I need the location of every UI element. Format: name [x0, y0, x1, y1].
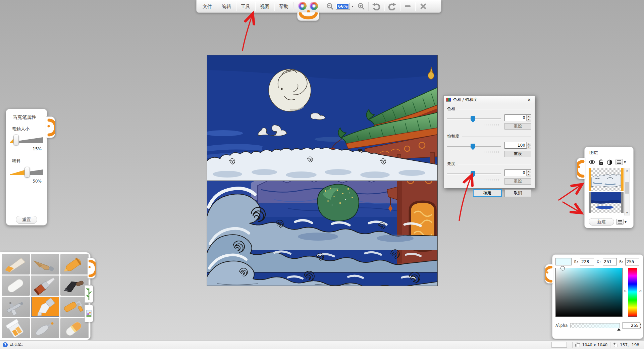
lightness-reset-button[interactable]: 重设	[504, 178, 531, 185]
divider	[458, 109, 531, 109]
layer-options-button[interactable]: ▼	[615, 159, 626, 165]
layer-visibility-button[interactable]	[589, 160, 595, 164]
menu-view[interactable]: 视图	[256, 1, 273, 11]
layer-lock-button[interactable]	[598, 159, 604, 165]
brush-pointed-brush[interactable]	[31, 254, 59, 275]
divider	[462, 136, 531, 137]
zoom-in-button[interactable]	[355, 1, 368, 12]
bamboo-brush-tab[interactable]	[85, 285, 93, 303]
saturation-value-picker[interactable]	[555, 268, 623, 317]
brush-size-slider-thumb[interactable]	[13, 135, 19, 145]
eye-icon	[589, 160, 595, 164]
close-button[interactable]	[416, 1, 431, 12]
alpha-value-field[interactable]: ▲▼	[623, 322, 640, 329]
layer-row-clouds-selected[interactable]	[589, 168, 624, 191]
saturation-slider[interactable]	[447, 143, 501, 150]
scroll-up-icon[interactable]: ▲	[626, 168, 628, 173]
redo-button[interactable]	[385, 1, 399, 12]
hue-strip[interactable]	[628, 268, 637, 317]
menu-file[interactable]: 文件	[199, 1, 216, 11]
brush-flat-brush[interactable]	[31, 276, 59, 296]
dialog-titlebar[interactable]: 色相 / 饱和度 ✕	[444, 96, 535, 104]
red-input[interactable]	[580, 258, 594, 265]
dilution-slider-thumb[interactable]	[24, 167, 30, 178]
red-label: R:	[574, 260, 579, 264]
current-color-swatch[interactable]	[555, 258, 572, 265]
hue-marker-right-icon[interactable]: ◁	[639, 289, 641, 293]
color-picker-cursor[interactable]	[560, 266, 565, 270]
blue-input[interactable]	[625, 258, 639, 265]
divider	[458, 164, 531, 164]
saturation-slider-thumb[interactable]	[471, 144, 475, 150]
brush-marker-selected[interactable]	[31, 297, 59, 317]
canvas[interactable]	[207, 55, 438, 286]
hue-spinner[interactable]: ▲▼	[526, 115, 531, 121]
minimize-button[interactable]	[401, 1, 414, 12]
texture-brush-tab[interactable]	[85, 305, 93, 322]
logo-right-eye-icon[interactable]	[310, 2, 318, 10]
color-panel-collapse-tab[interactable]	[545, 264, 553, 284]
brush-crayon[interactable]	[60, 254, 89, 275]
alpha-slider[interactable]	[570, 323, 620, 328]
ok-button[interactable]: 确定	[473, 189, 502, 197]
zoom-level-field[interactable]: 66%	[336, 3, 350, 10]
zoom-level-value: 66%	[337, 4, 349, 9]
canvas-size-value: 1040 x 1040	[582, 343, 607, 347]
brush-paper-pencil[interactable]	[2, 254, 30, 275]
menu-edit[interactable]: 编辑	[218, 1, 235, 11]
toolbar-separator	[255, 2, 255, 11]
brush-panel-collapse-tab[interactable]	[88, 258, 96, 279]
cancel-button[interactable]: 取消	[504, 189, 531, 197]
saturation-spinner[interactable]: ▲▼	[526, 142, 531, 148]
toolbar-separator	[324, 2, 324, 11]
lightness-value-field[interactable]: ▲▼	[504, 169, 531, 176]
dialog-close-icon[interactable]: ✕	[526, 97, 532, 102]
brush-palette-knife[interactable]	[31, 318, 59, 339]
layers-panel-title: 图层	[589, 150, 631, 156]
marker-panel-collapse-tab[interactable]	[46, 116, 55, 138]
brush-size-slider[interactable]	[10, 134, 43, 145]
arrow-to-layer-1	[559, 185, 582, 200]
hue-value-input[interactable]	[505, 115, 526, 121]
hue-reset-button[interactable]: 重设	[504, 123, 531, 130]
saturation-value-field[interactable]: ▲▼	[504, 142, 531, 149]
undo-button[interactable]	[369, 1, 383, 12]
scroll-down-icon[interactable]: ▼	[626, 210, 628, 215]
lightness-value-input[interactable]	[505, 170, 526, 176]
hue-marker-left-icon[interactable]: ▷	[624, 289, 627, 293]
brush-airbrush[interactable]	[2, 297, 30, 317]
marker-reset-button[interactable]: 重置	[16, 216, 37, 224]
layer-row-sky[interactable]	[589, 192, 624, 213]
zoom-out-button[interactable]	[325, 1, 335, 12]
lightness-slider-thumb[interactable]	[471, 171, 475, 178]
zoom-dropdown-arrow-icon[interactable]: ▾	[350, 5, 355, 8]
hue-slider[interactable]	[447, 115, 501, 122]
hue-slider-thumb[interactable]	[471, 116, 475, 122]
lightness-spinner[interactable]: ▲▼	[526, 170, 531, 176]
hue-value-field[interactable]: ▲▼	[504, 114, 531, 121]
green-input[interactable]	[603, 258, 617, 265]
menu-help[interactable]: 帮助	[275, 1, 292, 11]
logo-left-eye-icon[interactable]	[298, 2, 307, 10]
menu-tools[interactable]: 工具	[237, 1, 254, 11]
dilution-slider[interactable]	[10, 166, 43, 178]
lightness-slider[interactable]	[447, 170, 501, 178]
scrollbar-thumb[interactable]	[625, 182, 629, 194]
layer-list-scrollbar[interactable]: ▲ ▼	[624, 168, 630, 215]
alpha-spinner[interactable]: ▲▼	[640, 322, 641, 329]
cursor-position-indicator: 157, -198	[613, 342, 639, 347]
saturation-reset-button[interactable]: 重设	[504, 151, 531, 157]
alpha-value-input[interactable]	[623, 322, 640, 329]
layers-panel-collapse-tab[interactable]	[577, 158, 585, 179]
alpha-slider-marker[interactable]	[617, 328, 621, 331]
toolbar-separator	[236, 2, 236, 11]
layers-panel: 图层 ▼	[584, 147, 634, 228]
new-layer-button[interactable]: 新建	[589, 218, 614, 226]
saturation-value-input[interactable]	[505, 142, 526, 148]
layer-blend-button[interactable]	[607, 159, 612, 165]
layer-list-menu-button[interactable]: ▼	[616, 219, 627, 225]
brush-paint-jar[interactable]	[2, 318, 30, 339]
zoom-out-icon	[326, 3, 334, 10]
brush-selector-panel	[0, 252, 91, 340]
brush-chalk[interactable]	[2, 276, 30, 296]
